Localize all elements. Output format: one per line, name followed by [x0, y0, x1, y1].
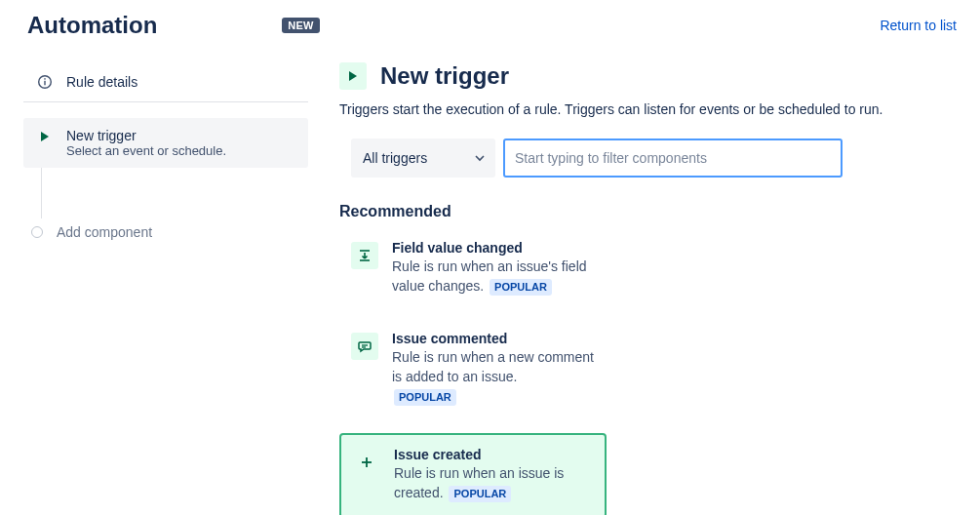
- empty-circle-icon: [31, 226, 43, 238]
- popular-badge: POPULAR: [490, 279, 552, 296]
- header: Automation NEW Return to list: [0, 0, 980, 39]
- section-recommended: Recommended: [339, 203, 957, 220]
- card-desc: Rule is run when a new comment is added …: [392, 348, 595, 406]
- card-title: Issue created: [394, 447, 593, 462]
- new-trigger-label: New trigger: [66, 128, 226, 143]
- header-left: Automation NEW: [27, 12, 320, 39]
- add-component[interactable]: Add component: [23, 218, 308, 246]
- trigger-card-field-value-changed[interactable]: Field value changed Rule is run when an …: [339, 232, 607, 303]
- sidebar-item-new-trigger[interactable]: New trigger Select an event or schedule.: [23, 118, 308, 168]
- page-title: Automation: [27, 12, 157, 39]
- main: New trigger Triggers start the execution…: [332, 62, 957, 515]
- card-title: Issue commented: [392, 331, 595, 346]
- recommended-cards: Field value changed Rule is run when an …: [339, 232, 607, 515]
- sidebar: Rule details New trigger Select an event…: [23, 62, 308, 515]
- card-title: Field value changed: [392, 240, 595, 256]
- svg-rect-2: [44, 78, 45, 79]
- play-icon: [339, 62, 367, 90]
- play-icon: [35, 130, 55, 143]
- field-change-icon: [351, 242, 378, 269]
- connector-rail: [41, 168, 308, 218]
- main-description: Triggers start the execution of a rule. …: [339, 99, 885, 119]
- return-link[interactable]: Return to list: [880, 18, 957, 33]
- popular-badge: POPULAR: [394, 389, 456, 406]
- content: Rule details New trigger Select an event…: [0, 39, 980, 515]
- chevron-down-icon: [474, 152, 486, 164]
- trigger-card-issue-commented[interactable]: Issue commented Rule is run when a new c…: [339, 323, 607, 414]
- main-head: New trigger: [339, 62, 957, 90]
- svg-rect-1: [44, 81, 45, 86]
- rule-details-label: Rule details: [66, 74, 137, 90]
- add-component-label: Add component: [57, 224, 152, 240]
- new-badge: NEW: [282, 18, 319, 33]
- card-desc: Rule is run when an issue is created. PO…: [394, 464, 593, 502]
- comment-icon: [351, 333, 378, 360]
- filter-row: All triggers: [351, 139, 957, 178]
- popular-badge: POPULAR: [449, 486, 511, 502]
- sidebar-item-rule-details[interactable]: Rule details: [23, 62, 308, 102]
- trigger-category-dropdown[interactable]: All triggers: [351, 139, 495, 178]
- card-desc: Rule is run when an issue's field value …: [392, 258, 595, 296]
- main-title: New trigger: [380, 62, 509, 90]
- trigger-card-issue-created[interactable]: Issue created Rule is run when an issue …: [339, 433, 607, 515]
- new-trigger-subtitle: Select an event or schedule.: [66, 143, 226, 158]
- dropdown-selected: All triggers: [363, 150, 427, 166]
- filter-input[interactable]: [503, 139, 843, 178]
- plus-icon: [353, 449, 380, 476]
- info-icon: [35, 74, 55, 90]
